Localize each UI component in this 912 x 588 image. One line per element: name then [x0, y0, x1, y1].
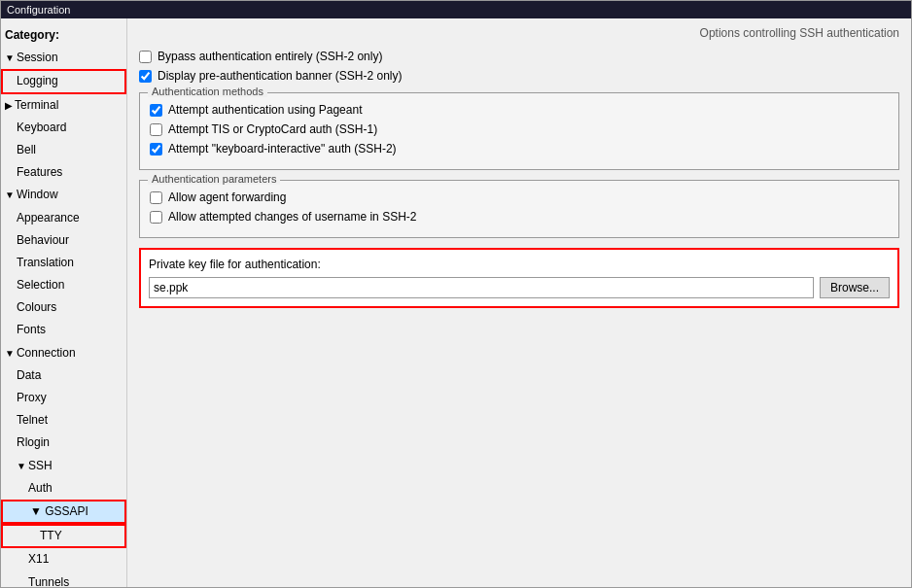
arrow-terminal: ▶	[5, 100, 13, 111]
sidebar-item-session[interactable]: ▼Session	[1, 47, 126, 69]
arrow-session: ▼	[5, 52, 15, 63]
sidebar-item-colours[interactable]: Colours	[1, 296, 126, 319]
keyboard-interactive-option-row: Attempt "keyboard-interactive" auth (SSH…	[150, 142, 889, 156]
private-key-box: Private key file for authentication: Bro…	[139, 248, 899, 308]
banner-checkbox[interactable]	[139, 70, 152, 83]
tis-checkbox[interactable]	[150, 123, 162, 136]
connection-label: Connection	[17, 346, 76, 360]
sidebar-item-tty[interactable]: X11	[1, 548, 126, 571]
title-text: Configuration	[7, 4, 70, 16]
arrow-window: ▼	[5, 190, 15, 200]
sidebar-item-terminal[interactable]: ▶Terminal	[1, 94, 126, 117]
sidebar-item-selection[interactable]: Selection	[1, 274, 126, 296]
tis-label: Attempt TIS or CryptoCard auth (SSH-1)	[168, 122, 377, 136]
sidebar-item-connection[interactable]: ▼Connection	[1, 342, 126, 364]
sidebar-item-data[interactable]: Data	[1, 364, 126, 387]
terminal-label: Terminal	[15, 98, 58, 112]
auth-methods-inner: Attempt authentication using Pageant Att…	[150, 103, 889, 156]
window-label: Window	[17, 188, 58, 201]
bypass-checkbox[interactable]	[139, 51, 152, 63]
auth-params-title: Authentication parameters	[148, 173, 280, 185]
arrow-auth: ▼	[30, 504, 45, 518]
auth-methods-group: Authentication methods Attempt authentic…	[139, 92, 899, 170]
bypass-label: Bypass authentication entirely (SSH-2 on…	[158, 50, 382, 63]
private-key-input[interactable]	[149, 277, 814, 298]
sidebar-item-telnet[interactable]: Telnet	[1, 409, 126, 432]
sidebar-item-keyboard[interactable]: Keyboard	[1, 117, 126, 139]
auth-params-group: Authentication parameters Allow agent fo…	[139, 180, 899, 238]
ssh-label: SSH	[28, 459, 53, 472]
pageant-label: Attempt authentication using Pageant	[168, 103, 362, 117]
browse-button[interactable]: Browse...	[820, 277, 890, 298]
sidebar-item-bell[interactable]: Bell	[1, 139, 126, 161]
sidebar-item-rlogin[interactable]: Rlogin	[1, 432, 126, 454]
tis-option-row: Attempt TIS or CryptoCard auth (SSH-1)	[150, 122, 889, 136]
sidebar-item-behaviour[interactable]: Behaviour	[1, 229, 126, 252]
sidebar-item-fonts[interactable]: Fonts	[1, 319, 126, 341]
agent-forward-checkbox[interactable]	[150, 191, 162, 204]
panel-description: Options controlling SSH authentication	[139, 26, 899, 40]
sidebar-item-proxy[interactable]: Proxy	[1, 387, 126, 409]
arrow-connection: ▼	[5, 348, 15, 359]
arrow-ssh: ▼	[17, 461, 26, 471]
username-change-row: Allow attempted changes of username in S…	[150, 210, 889, 224]
putty-configuration-window: Configuration Category: ▼Session Logging…	[0, 0, 912, 588]
username-change-label: Allow attempted changes of username in S…	[168, 210, 416, 224]
right-panel: Options controlling SSH authentication B…	[127, 18, 911, 587]
sidebar-item-x11[interactable]: Tunnels	[1, 571, 126, 588]
keyboard-interactive-label: Attempt "keyboard-interactive" auth (SSH…	[168, 142, 397, 156]
private-key-label: Private key file for authentication:	[149, 258, 890, 271]
auth-methods-title: Authentication methods	[148, 86, 267, 97]
session-label: Session	[17, 51, 58, 64]
sidebar-item-auth[interactable]: ▼ GSSAPI	[1, 500, 126, 524]
agent-forward-label: Allow agent forwarding	[168, 190, 286, 204]
keyboard-interactive-checkbox[interactable]	[150, 143, 162, 156]
banner-option-row: Display pre-authentication banner (SSH-2…	[139, 69, 899, 83]
auth-label: GSSAPI	[45, 504, 88, 518]
sidebar-item-window[interactable]: ▼Window	[1, 184, 126, 206]
pageant-option-row: Attempt authentication using Pageant	[150, 103, 889, 117]
sidebar-item-appearance[interactable]: Appearance	[1, 207, 126, 229]
bypass-option-row: Bypass authentication entirely (SSH-2 on…	[139, 50, 899, 63]
title-bar: Configuration	[1, 1, 911, 18]
sidebar-item-features[interactable]: Features	[1, 161, 126, 184]
username-change-checkbox[interactable]	[150, 211, 162, 224]
private-key-input-row: Browse...	[149, 277, 890, 298]
sidebar-item-ssh[interactable]: ▼SSH	[1, 455, 126, 477]
sidebar-item-gssapi[interactable]: TTY	[1, 524, 126, 548]
sidebar-item-kex[interactable]: Auth	[1, 477, 126, 500]
main-content: Category: ▼Session Logging ▶Terminal Key…	[1, 18, 911, 587]
auth-params-inner: Allow agent forwarding Allow attempted c…	[150, 190, 889, 224]
sidebar: Category: ▼Session Logging ▶Terminal Key…	[1, 18, 127, 587]
category-header: Category:	[1, 22, 126, 47]
sidebar-item-translation[interactable]: Translation	[1, 252, 126, 274]
sidebar-item-logging[interactable]: Logging	[1, 69, 126, 93]
agent-forward-row: Allow agent forwarding	[150, 190, 889, 204]
banner-label: Display pre-authentication banner (SSH-2…	[158, 69, 402, 83]
pageant-checkbox[interactable]	[150, 104, 162, 117]
